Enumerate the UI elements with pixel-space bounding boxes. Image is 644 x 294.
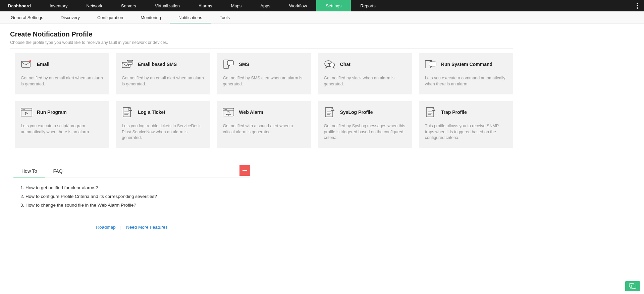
help-section: How ToFAQ How to get notified for clear …	[10, 165, 250, 235]
card-title: Email based SMS	[138, 62, 177, 67]
topnav-item-servers[interactable]: Servers	[112, 0, 146, 11]
profile-card-trap[interactable]: Trap ProfileThis profile allows you to r…	[419, 101, 513, 148]
topnav-item-network[interactable]: Network	[77, 0, 112, 11]
card-desc: Get notified by an email alert when an a…	[21, 75, 103, 87]
subnav-item-general-settings[interactable]: General Settings	[2, 11, 52, 23]
svg-point-16	[329, 63, 335, 67]
card-title: SysLog Profile	[340, 109, 373, 115]
howto-item[interactable]: How to change the sound file in the Web …	[25, 201, 250, 210]
collapse-button[interactable]	[239, 165, 250, 176]
svg-rect-22	[21, 108, 32, 116]
profile-card-chat[interactable]: ChatGet notified by slack when an alarm …	[318, 53, 412, 94]
subnav-item-tools[interactable]: Tools	[211, 11, 238, 23]
profile-card-log-ticket[interactable]: Log a TicketLets you log trouble tickets…	[116, 101, 210, 148]
svg-point-35	[226, 109, 227, 110]
topnav-item-maps[interactable]: Maps	[222, 0, 251, 11]
log-ticket-icon	[122, 107, 133, 117]
topnav-item-workflow[interactable]: Workflow	[280, 0, 316, 11]
sub-nav: General SettingsDiscoveryConfigurationMo…	[0, 11, 644, 24]
card-title: SMS	[239, 62, 249, 67]
card-title: Trap Profile	[441, 109, 467, 115]
topnav-item-reports[interactable]: Reports	[351, 0, 385, 11]
run-cmd-icon	[425, 59, 436, 69]
help-tabs: How ToFAQ	[13, 165, 250, 177]
card-desc: Lets you log trouble tickets in ServiceD…	[122, 123, 204, 141]
card-desc: Get notified with a sound alert when a c…	[223, 123, 305, 135]
svg-point-8	[226, 68, 226, 68]
page-title: Create Notification Profile	[10, 30, 513, 38]
help-tab-how-to[interactable]: How To	[13, 165, 45, 177]
svg-point-13	[326, 63, 327, 64]
email-sms-icon	[122, 59, 133, 69]
card-title: Run System Command	[441, 62, 492, 67]
roadmap-link[interactable]: Roadmap	[96, 225, 116, 230]
page-subtitle: Choose the profile type you would like t…	[10, 40, 513, 45]
card-desc: Get notified by an email alert when an a…	[122, 75, 204, 87]
howto-item[interactable]: How to configure Profile Criteria and it…	[25, 192, 250, 201]
card-desc: Get notified by SysLog messages when thi…	[324, 123, 406, 141]
subnav-item-discovery[interactable]: Discovery	[52, 11, 89, 23]
topnav-item-alarms[interactable]: Alarms	[189, 0, 221, 11]
svg-point-34	[225, 109, 226, 110]
card-title: Run Program	[37, 109, 67, 115]
subnav-item-notifications[interactable]: Notifications	[170, 11, 211, 23]
profile-cards: EmailGet notified by an email alert when…	[10, 53, 513, 148]
card-desc: Get notified by SMS alert when an alarm …	[223, 75, 305, 87]
topnav-item-virtualization[interactable]: Virtualization	[146, 0, 189, 11]
topnav-item-settings[interactable]: Settings	[316, 0, 351, 11]
card-title: Log a Ticket	[138, 109, 165, 115]
email-icon	[21, 59, 32, 69]
profile-card-email[interactable]: EmailGet notified by an email alert when…	[15, 53, 109, 94]
run-program-icon	[21, 107, 32, 117]
subnav-item-monitoring[interactable]: Monitoring	[132, 11, 170, 23]
card-title: Web Alarm	[239, 109, 263, 115]
divider	[10, 48, 513, 49]
svg-point-36	[228, 115, 229, 115]
profile-card-run-cmd[interactable]: Run System CommandLets you execute a com…	[419, 53, 513, 94]
help-tab-faq[interactable]: FAQ	[45, 165, 70, 177]
howto-list: How to get notified for clear alarms?How…	[13, 177, 250, 212]
card-desc: Lets you execute a script/ program autom…	[21, 123, 103, 135]
svg-rect-0	[21, 61, 30, 67]
svg-point-24	[22, 109, 22, 110]
svg-rect-3	[127, 60, 133, 64]
topnav-item-apps[interactable]: Apps	[251, 0, 280, 11]
svg-point-33	[224, 109, 225, 110]
topnav-item-dashboard[interactable]: Dashboard	[0, 0, 40, 11]
card-desc: Get notified by slack when an alarm is g…	[324, 75, 406, 87]
svg-point-26	[24, 109, 25, 110]
sms-icon	[223, 59, 234, 69]
svg-point-25	[23, 109, 24, 110]
syslog-icon	[324, 107, 335, 117]
web-alarm-icon	[223, 107, 234, 117]
top-nav: DashboardInventoryNetworkServersVirtuali…	[0, 0, 644, 11]
svg-rect-31	[223, 108, 234, 116]
help-links: Roadmap | Need More Features	[13, 220, 250, 234]
profile-card-sms[interactable]: SMSGet notified by SMS alert when an ala…	[217, 53, 311, 94]
profile-card-email-sms[interactable]: Email based SMSGet notified by an email …	[116, 53, 210, 94]
card-title: Email	[37, 62, 49, 67]
subnav-item-configuration[interactable]: Configuration	[89, 11, 132, 23]
svg-point-1	[29, 60, 31, 62]
chat-icon	[324, 59, 335, 69]
topnav-item-inventory[interactable]: Inventory	[40, 0, 77, 11]
need-more-features-link[interactable]: Need More Features	[126, 225, 168, 230]
svg-point-14	[328, 63, 328, 64]
profile-card-web-alarm[interactable]: Web AlarmGet notified with a sound alert…	[217, 101, 311, 148]
howto-item[interactable]: How to get notified for clear alarms?	[25, 183, 250, 192]
trap-icon	[425, 107, 436, 117]
card-title: Chat	[340, 62, 351, 67]
profile-card-run-program[interactable]: Run ProgramLets you execute a script/ pr…	[15, 101, 109, 148]
card-desc: Lets you execute a command automatically…	[425, 75, 507, 87]
profile-card-syslog[interactable]: SysLog ProfileGet notified by SysLog mes…	[318, 101, 412, 148]
svg-rect-45	[243, 170, 247, 171]
kebab-menu-icon[interactable]	[635, 0, 640, 11]
page-content: Create Notification Profile Choose the p…	[0, 24, 523, 244]
card-desc: This profile allows you to receive SNMP …	[425, 123, 507, 141]
